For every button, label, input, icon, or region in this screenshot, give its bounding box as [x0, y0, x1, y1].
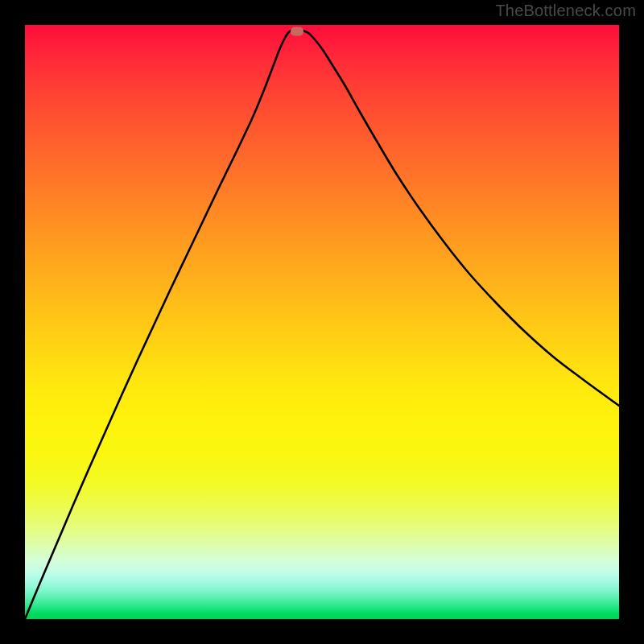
bottleneck-curve-path	[25, 30, 619, 619]
curve-svg	[25, 25, 619, 619]
plot-area	[25, 25, 619, 619]
bottleneck-marker	[291, 27, 303, 36]
chart-frame: TheBottleneck.com	[0, 0, 644, 644]
watermark-text: TheBottleneck.com	[495, 2, 636, 20]
